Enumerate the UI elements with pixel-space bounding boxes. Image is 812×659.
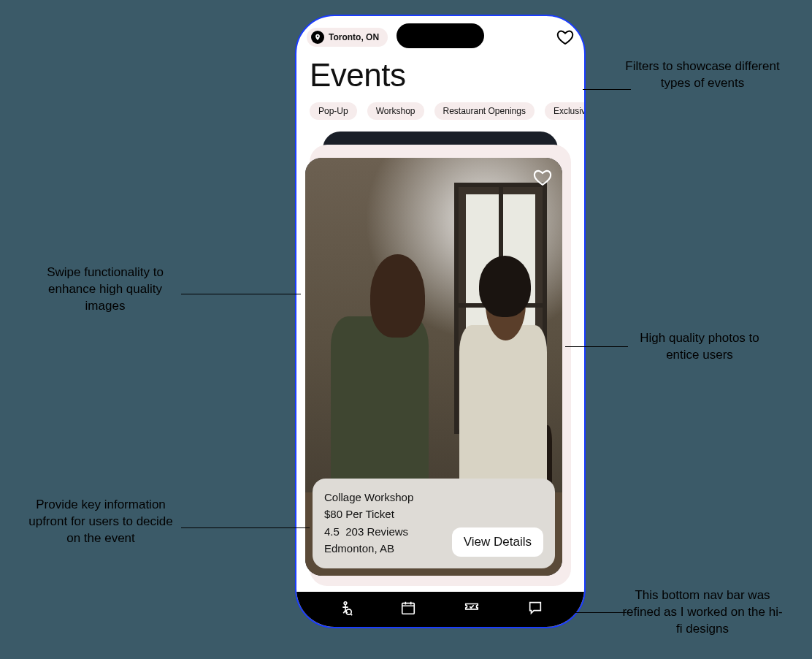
event-title: Collage Workshop (324, 489, 413, 506)
annotation-swipe: Swipe functionality to enhance high qual… (32, 264, 178, 315)
notch (397, 23, 484, 48)
annotation-filters: Filters to showcase different types of e… (622, 58, 783, 92)
annotation-line (181, 294, 301, 294)
event-card[interactable]: Collage Workshop $80 Per Ticket 4.5 203 … (305, 158, 562, 576)
nav-calendar-icon[interactable] (400, 600, 416, 619)
nav-comment-icon[interactable] (527, 600, 543, 619)
annotation-info: Provide key information upfront for user… (20, 497, 181, 547)
nav-ticket-icon[interactable] (463, 600, 480, 619)
annotation-line (181, 527, 310, 528)
location-pin-icon (311, 31, 324, 44)
phone-frame: Toronto, ON Events Pop-Up Workshop Resta… (295, 15, 586, 628)
filter-chip[interactable]: Pop-Up (310, 102, 357, 120)
annotation-photos: High quality photos to entice users (627, 330, 773, 364)
bottom-nav (296, 592, 584, 627)
event-info-panel: Collage Workshop $80 Per Ticket 4.5 203 … (313, 479, 555, 568)
annotation-nav: This bottom nav bar was refined as I wor… (622, 587, 783, 638)
filter-chip[interactable]: Workshop (367, 102, 424, 120)
event-price: $80 Per Ticket (324, 506, 413, 522)
filter-chip[interactable]: Restaurant Openings (434, 102, 535, 120)
annotation-line (583, 89, 631, 90)
favorites-icon[interactable] (556, 28, 574, 46)
card-favorite-icon[interactable] (533, 168, 552, 190)
nav-explore-icon[interactable] (337, 600, 353, 619)
event-location: Edmonton, AB (324, 540, 413, 557)
filter-chip[interactable]: Exclusive S (545, 102, 584, 120)
annotation-line (564, 612, 627, 613)
location-text: Toronto, ON (329, 32, 379, 42)
event-reviews: 203 Reviews (345, 525, 408, 538)
view-details-button[interactable]: View Details (452, 527, 543, 557)
filter-row[interactable]: Pop-Up Workshop Restaurant Openings Excl… (310, 102, 584, 120)
page-title: Events (310, 57, 406, 94)
svg-point-0 (344, 602, 347, 605)
location-pill[interactable]: Toronto, ON (307, 28, 388, 47)
card-stack: Collage Workshop $80 Per Ticket 4.5 203 … (305, 132, 575, 582)
annotation-line (565, 346, 628, 347)
svg-rect-2 (402, 603, 415, 614)
event-rating: 4.5 (324, 525, 340, 538)
